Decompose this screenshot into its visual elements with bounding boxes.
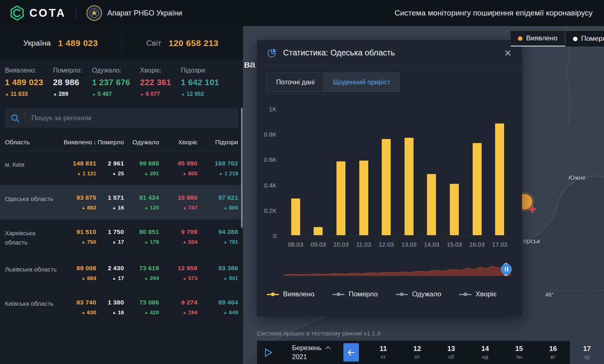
x-axis-tick: 11.03 bbox=[352, 241, 375, 248]
increase-arrow-icon: ▲ bbox=[144, 205, 148, 210]
layer-toggle[interactable]: Померло bbox=[566, 31, 604, 46]
chart-bar[interactable] bbox=[359, 161, 368, 235]
stat-value: 89 464 bbox=[197, 299, 238, 306]
summary-stat: Виявлено:1 489 023▲11 833 bbox=[5, 67, 43, 97]
stat-value: 148 831 bbox=[57, 160, 96, 167]
timeline-day[interactable]: 14нд bbox=[468, 341, 502, 364]
modal-tab[interactable]: Щоденний приріст bbox=[323, 73, 399, 91]
x-axis-tick: 08.03 bbox=[284, 241, 307, 248]
timeline-day[interactable]: 12пт bbox=[400, 341, 434, 364]
increase-arrow-icon: ▲ bbox=[82, 205, 86, 210]
timeline-day[interactable]: 11чт bbox=[366, 341, 400, 364]
timeline-days: 11чт12пт13сб14нд15пн16вт17ср bbox=[366, 341, 604, 364]
modal-title: Статистика: Одеська область bbox=[283, 48, 395, 57]
map-medical-marker[interactable] bbox=[529, 205, 536, 213]
stat-value: 73 619 bbox=[124, 265, 159, 272]
table-row[interactable]: Київська область83 740▲6301 380▲1673 086… bbox=[0, 290, 243, 324]
legend-dot-icon bbox=[271, 293, 275, 296]
increase-arrow-icon: ▲ bbox=[183, 276, 187, 280]
chart-bar[interactable] bbox=[382, 139, 391, 235]
table-row[interactable]: Харківська область91 510▲7501 750▲1780 0… bbox=[0, 219, 243, 256]
layer-toggles: ВиявленоПомерло bbox=[511, 31, 604, 46]
column-header[interactable]: Виявлено↓ bbox=[57, 139, 96, 146]
increase-arrow-icon: ▲ bbox=[82, 240, 86, 244]
region-stat-cell: 94 288▲791 bbox=[197, 228, 238, 245]
chart-bar[interactable] bbox=[336, 161, 345, 235]
regions-table: ОбластьВиявлено↓ПомерлоОдужалоХворієПідо… bbox=[0, 135, 243, 324]
month-selector[interactable]: Березень 2021 bbox=[292, 341, 333, 364]
region-stat-cell: 9 709▲554 bbox=[159, 228, 197, 245]
stat-delta: ▲25 bbox=[96, 170, 124, 176]
chart-bar-slot bbox=[420, 109, 443, 235]
chart-bar[interactable] bbox=[495, 124, 504, 235]
chart-bar[interactable] bbox=[405, 138, 414, 235]
day-number: 11 bbox=[380, 345, 387, 353]
stat-delta: ▲747 bbox=[159, 205, 197, 211]
column-header[interactable]: Хворіє bbox=[159, 139, 197, 146]
play-button[interactable] bbox=[257, 341, 280, 364]
table-row[interactable]: Одеська область93 875▲8831 571▲1681 424▲… bbox=[0, 185, 243, 219]
chart-bar[interactable] bbox=[450, 184, 459, 235]
stat-delta: ▲194 bbox=[159, 309, 197, 315]
region-search bbox=[5, 108, 238, 128]
x-axis-tick: 13.03 bbox=[398, 241, 420, 248]
day-weekday: нд bbox=[482, 354, 488, 360]
world-label: Світ bbox=[146, 39, 162, 48]
column-header[interactable]: Одужало bbox=[124, 139, 159, 146]
day-weekday: пт bbox=[414, 354, 420, 360]
x-axis-tick: 14.03 bbox=[420, 241, 443, 248]
legend-item[interactable]: Померло bbox=[332, 290, 378, 298]
timeline-day[interactable]: 17ср bbox=[570, 341, 604, 364]
legend-item[interactable]: Одужало bbox=[396, 290, 441, 298]
chart-range-navigator[interactable] bbox=[284, 263, 511, 276]
chart-bar[interactable] bbox=[314, 227, 323, 235]
search-input[interactable] bbox=[31, 114, 232, 123]
stat-delta: ▲750 bbox=[57, 239, 96, 245]
region-stat-cell: 89 464▲649 bbox=[197, 299, 238, 315]
org-block: Апарат РНБО України bbox=[86, 5, 182, 21]
close-icon[interactable]: × bbox=[503, 47, 512, 59]
increase-arrow-icon: ▲ bbox=[112, 276, 116, 280]
stat-label: Виявлено: bbox=[5, 67, 43, 74]
search-divider bbox=[24, 113, 25, 124]
day-number: 16 bbox=[549, 345, 557, 353]
legend-label: Хворіє bbox=[476, 290, 497, 298]
increase-arrow-icon: ▲ bbox=[183, 171, 187, 176]
cota-logo-icon bbox=[9, 5, 25, 21]
timeline-day[interactable]: 16вт bbox=[536, 341, 570, 364]
layer-toggle[interactable]: Виявлено bbox=[511, 31, 565, 46]
y-axis-tick: 0 bbox=[273, 232, 277, 239]
prev-day-button[interactable] bbox=[343, 343, 359, 362]
toggle-dot-icon bbox=[573, 37, 577, 41]
stat-delta: ▲16 bbox=[96, 309, 124, 315]
y-axis-tick: 0.2K bbox=[264, 207, 277, 214]
stat-label: Хворіє: bbox=[140, 67, 171, 74]
column-header[interactable]: Померло bbox=[96, 139, 124, 146]
chart-bar-slot bbox=[375, 109, 398, 235]
increase-arrow-icon: ▲ bbox=[77, 171, 81, 176]
column-header[interactable]: Область bbox=[5, 139, 57, 146]
modal-tab[interactable]: Поточні дані bbox=[267, 73, 323, 91]
increase-arrow-icon: ▲ bbox=[112, 205, 116, 210]
rnbo-emblem-icon bbox=[86, 5, 102, 21]
chart-bar-slot bbox=[488, 109, 511, 235]
increase-arrow-icon: ▲ bbox=[223, 240, 228, 244]
table-row[interactable]: Львівська область89 008▲8842 430▲1773 61… bbox=[0, 256, 243, 290]
table-row[interactable]: м. Київ148 831▲1 1212 961▲2599 880▲29145… bbox=[0, 151, 243, 185]
sidebar-scrollbar[interactable] bbox=[241, 108, 243, 228]
chart-bar[interactable] bbox=[291, 199, 300, 235]
legend-item[interactable]: Виявлено bbox=[267, 290, 314, 298]
chart-bar[interactable] bbox=[473, 143, 482, 235]
day-weekday: чт bbox=[381, 354, 386, 360]
region-name: м. Київ bbox=[5, 160, 57, 170]
chart-bar[interactable] bbox=[427, 174, 436, 235]
map-place-label: ва bbox=[244, 59, 255, 70]
legend-item[interactable]: Хворіє bbox=[459, 290, 497, 298]
timeline-day[interactable]: 13сб bbox=[434, 341, 468, 364]
range-slider-handle[interactable] bbox=[501, 264, 512, 275]
column-header[interactable]: Підозри bbox=[197, 139, 238, 146]
chart-plot bbox=[284, 109, 511, 236]
map-place-label: 46° bbox=[545, 291, 554, 298]
stat-delta: ▲883 bbox=[57, 205, 96, 211]
timeline-day[interactable]: 15пн bbox=[502, 341, 536, 364]
